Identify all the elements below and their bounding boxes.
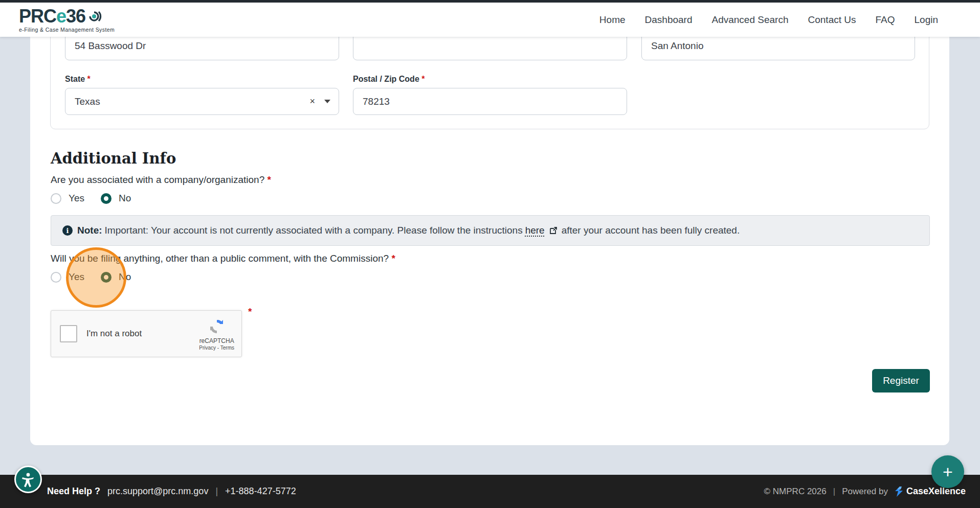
company-association-radio-group: Yes No <box>51 193 140 204</box>
recaptcha-checkbox[interactable] <box>60 325 77 342</box>
captcha-required-asterisk: * <box>248 306 252 317</box>
state-clear-icon[interactable]: × <box>304 96 320 107</box>
note-text-before: Important: Your account is not currently… <box>105 225 523 236</box>
question-company-association: Are you associated with a company/organi… <box>51 174 271 186</box>
nav-item-home[interactable]: Home <box>599 14 626 26</box>
register-button[interactable]: Register <box>872 369 930 392</box>
recaptcha-brand-text: reCAPTCHA <box>199 337 234 344</box>
footer-help: Need Help ? prc.support@prc.nm.gov | +1-… <box>15 486 296 497</box>
nav-item-dashboard[interactable]: Dashboard <box>645 14 693 26</box>
note-label: Note: <box>77 225 102 236</box>
radio-company-no[interactable] <box>101 193 112 204</box>
accessibility-person-icon <box>20 471 36 488</box>
nav-item-contact-us[interactable]: Contact Us <box>808 14 856 26</box>
copyright-text: © NMPRC 2026 <box>764 487 827 497</box>
logo-spiral-icon <box>86 8 104 25</box>
plus-icon: + <box>943 462 953 482</box>
state-select[interactable]: Texas × <box>65 88 339 115</box>
need-help-label: Need Help ? <box>47 486 100 497</box>
q2-required-asterisk: * <box>391 253 395 264</box>
additional-info-heading: Additional Info <box>51 150 176 167</box>
zip-input[interactable] <box>353 88 627 115</box>
radio-company-no-label[interactable]: No <box>119 193 131 204</box>
logo-text: PRCe36 <box>19 7 115 26</box>
logo-text-36: 36 <box>66 7 85 26</box>
casexellence-brand-text: CaseXellence <box>906 486 966 497</box>
floating-add-button[interactable]: + <box>931 455 964 488</box>
app-logo[interactable]: PRCe36 e-Filing & Case Management System <box>19 7 115 33</box>
support-email-link[interactable]: prc.support@prc.nm.gov <box>107 486 208 497</box>
radio-filing-yes[interactable] <box>51 272 61 283</box>
radio-company-yes-label[interactable]: Yes <box>69 193 84 204</box>
radio-filing-yes-label[interactable]: Yes <box>69 271 84 283</box>
browser-top-strip <box>0 0 980 3</box>
state-label: State * <box>65 75 91 84</box>
radio-company-yes[interactable] <box>51 193 61 204</box>
top-navigation: Home Dashboard Advanced Search Contact U… <box>599 14 980 26</box>
recaptcha-logo-icon <box>207 317 227 336</box>
nav-item-faq[interactable]: FAQ <box>875 14 895 26</box>
logo-text-prc: PRC <box>19 7 56 26</box>
support-phone-link[interactable]: +1-888-427-5772 <box>225 486 296 497</box>
note-text-after: after your account has been fully create… <box>562 225 740 236</box>
state-selected-value: Texas <box>75 96 304 107</box>
recaptcha-privacy-terms[interactable]: Privacy - Terms <box>199 345 234 351</box>
logo-text-e: e <box>56 7 66 26</box>
question-filing: Will you be filing anything, other than … <box>51 253 395 264</box>
logo-subtitle: e-Filing & Case Management System <box>19 27 115 33</box>
footer-separator-left: | <box>215 486 218 497</box>
q1-required-asterisk: * <box>268 174 271 185</box>
info-icon: i <box>62 225 73 236</box>
zip-label: Postal / Zip Code * <box>353 75 425 84</box>
radio-filing-no-label[interactable]: No <box>119 271 131 283</box>
casexellence-brand[interactable]: CaseXellence <box>895 486 966 497</box>
footer-separator-right: | <box>833 487 835 497</box>
recaptcha-widget: I'm not a robot reCAPTCHA Privacy - Term… <box>51 310 242 357</box>
filing-radio-group: Yes No <box>51 271 140 283</box>
external-link-icon[interactable] <box>549 226 558 235</box>
powered-by-label: Powered by <box>842 487 888 497</box>
footer-credits: © NMPRC 2026 | Powered by CaseXellence <box>764 486 966 497</box>
recaptcha-branding: reCAPTCHA Privacy - Terms <box>199 317 234 351</box>
accessibility-button[interactable] <box>14 466 42 493</box>
note-here-link[interactable]: here <box>525 225 545 236</box>
nav-item-login[interactable]: Login <box>915 14 939 26</box>
radio-filing-no[interactable] <box>101 272 112 283</box>
footer: Need Help ? prc.support@prc.nm.gov | +1-… <box>0 475 980 508</box>
zip-required-asterisk: * <box>421 75 425 83</box>
nav-item-advanced-search[interactable]: Advanced Search <box>712 14 789 26</box>
casexellence-bolt-icon <box>895 487 904 497</box>
state-dropdown-caret-icon[interactable] <box>324 100 330 103</box>
state-required-asterisk: * <box>87 75 91 83</box>
company-note-banner: i Note: Important: Your account is not c… <box>51 215 930 246</box>
recaptcha-label: I'm not a robot <box>86 329 199 339</box>
header: PRCe36 e-Filing & Case Management System… <box>0 3 980 37</box>
